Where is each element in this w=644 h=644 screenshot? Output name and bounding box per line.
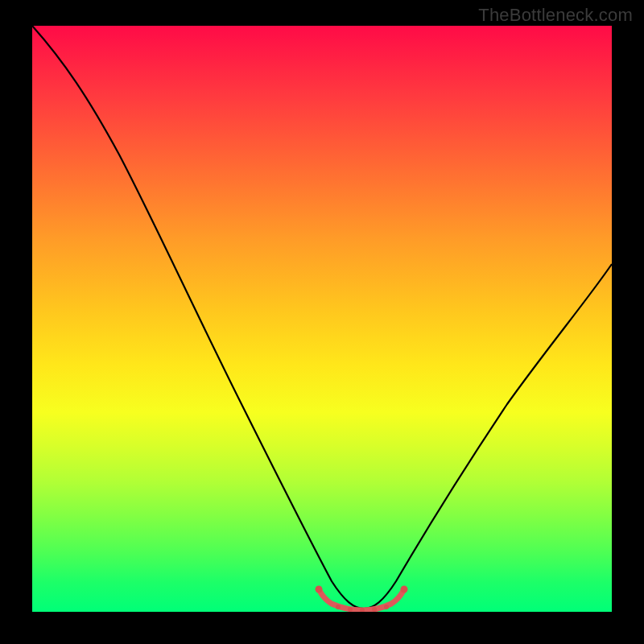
chart-svg xyxy=(32,26,612,612)
svg-point-0 xyxy=(316,586,323,593)
bottleneck-curve xyxy=(32,26,612,609)
chart-frame: TheBottleneck.com xyxy=(0,0,644,644)
attribution-text: TheBottleneck.com xyxy=(478,5,633,26)
svg-point-6 xyxy=(384,605,389,609)
svg-point-2 xyxy=(336,605,341,609)
bottom-border xyxy=(0,612,644,644)
optimal-range-marker xyxy=(319,589,404,610)
svg-point-1 xyxy=(401,586,408,593)
